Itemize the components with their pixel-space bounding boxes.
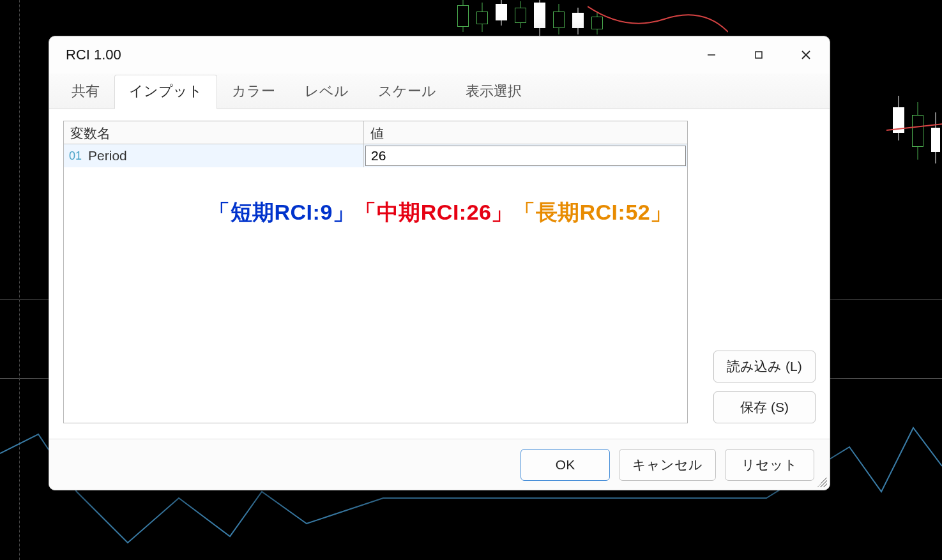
annotation-long: 「長期RCI:52」 [513,200,672,224]
row-number: 01 [69,149,82,163]
annotation-short: 「短期RCI:9」 [208,200,354,224]
rci-settings-dialog: RCI 1.00 共有 インプット カラー レベル スケール 表示選択 変数名 … [49,36,830,490]
tab-color[interactable]: カラー [217,75,290,109]
annotation-overlay: 「短期RCI:9」「中期RCI:26」「長期RCI:52」 [208,198,672,227]
dialog-footer: OK キャンセル リセット [49,439,830,490]
minimize-button[interactable] [688,36,735,73]
close-button[interactable] [782,36,830,73]
tab-input[interactable]: インプット [114,75,217,109]
tab-share[interactable]: 共有 [57,75,114,109]
tab-display[interactable]: 表示選択 [451,75,536,109]
window-controls [688,36,830,73]
window-title: RCI 1.00 [66,47,121,63]
ok-button[interactable]: OK [520,449,610,481]
resize-grip-icon[interactable] [817,477,827,487]
save-button[interactable]: 保存 (S) [713,391,816,423]
maximize-button[interactable] [735,36,782,73]
tab-bar: 共有 インプット カラー レベル スケール 表示選択 [49,73,830,109]
tab-scale[interactable]: スケール [363,75,451,109]
tab-level[interactable]: レベル [290,75,363,109]
column-value-header: 値 [364,121,687,144]
parameters-grid: 変数名 値 01 Period 「短期RCI:9」「中期RCI:26」「長期RC… [63,121,688,423]
side-buttons: 読み込み (L) 保存 (S) [713,351,816,423]
annotation-mid: 「中期RCI:26」 [354,200,513,224]
content-area: 変数名 値 01 Period 「短期RCI:9」「中期RCI:26」「長期RC… [49,109,830,439]
column-name-header: 変数名 [64,121,364,144]
reset-button[interactable]: リセット [725,449,814,481]
grid-header: 変数名 値 [64,121,687,144]
period-input[interactable] [365,146,686,166]
titlebar: RCI 1.00 [49,36,830,73]
svg-rect-1 [756,52,762,58]
row-label: Period [88,148,127,163]
load-button[interactable]: 読み込み (L) [713,351,816,382]
cancel-button[interactable]: キャンセル [619,449,716,481]
table-row[interactable]: 01 Period [64,144,687,167]
